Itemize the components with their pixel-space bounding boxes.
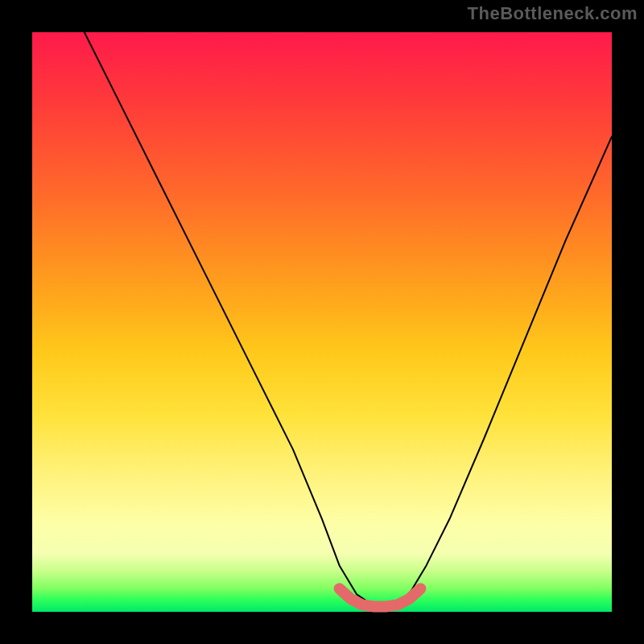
chart-svg [32,32,612,612]
chart-lines [85,32,612,607]
chart-frame: TheBottleneck.com [0,0,644,644]
watermark-text: TheBottleneck.com [468,3,638,24]
series-optimal-band [340,588,421,606]
series-bottleneck-curve [85,32,612,606]
chart-plot-area [32,32,612,612]
